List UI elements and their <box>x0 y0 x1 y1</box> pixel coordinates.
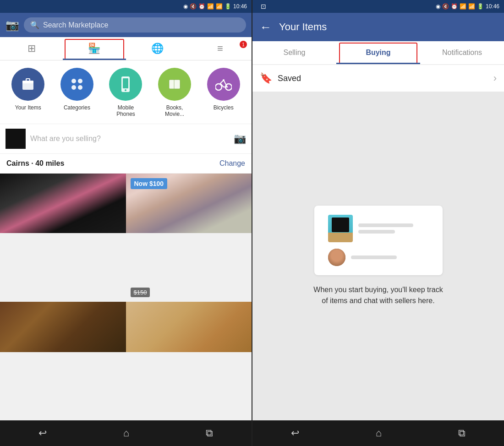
books-movies-icon <box>158 68 191 101</box>
user-avatar <box>5 129 26 149</box>
bottom-nav-left: ↩ ⌂ ⧉ <box>0 420 252 446</box>
table-image <box>0 302 126 352</box>
volume-icon-right: 🔇 <box>442 3 449 10</box>
illus-line-1 <box>358 223 413 227</box>
sell-camera-icon[interactable]: 📷 <box>234 133 246 145</box>
category-categories[interactable]: Categories <box>60 68 93 117</box>
category-your-items[interactable]: Your Items <box>11 68 44 117</box>
tab-selling[interactable]: Selling <box>252 41 336 64</box>
illus-bottom-row <box>328 249 429 266</box>
svg-point-3 <box>71 79 76 83</box>
copyright-icon: ◉ <box>183 3 188 10</box>
right-panel: ⊡ ◉ 🔇 ⏰ 📶 📶 🔋 10:46 ← Your Items Selling <box>252 0 504 446</box>
illus-device-icon <box>328 215 353 242</box>
status-icons-right: ◉ 🔇 ⏰ 📶 📶 🔋 10:46 <box>436 3 499 10</box>
status-bar-right: ⊡ ◉ 🔇 ⏰ 📶 📶 🔋 10:46 <box>252 0 504 13</box>
copy-icon-right: ⊡ <box>261 3 266 10</box>
time-left: 10:46 <box>233 3 247 10</box>
change-location-button[interactable]: Change <box>219 159 245 168</box>
category-books-movies[interactable]: Books, Movie... <box>158 68 191 117</box>
categories-icon <box>60 68 93 101</box>
svg-point-9 <box>125 89 126 91</box>
globe-icon: 🌐 <box>151 43 164 54</box>
active-border <box>63 59 126 60</box>
nav-tab-home[interactable]: ⊞ <box>0 37 63 60</box>
illus-lines-bottom <box>351 256 397 259</box>
svg-point-4 <box>78 79 82 83</box>
back-icon-right[interactable]: ↩ <box>291 427 299 439</box>
illus-line-2 <box>358 230 395 234</box>
notifications-label: Notifications <box>442 49 482 56</box>
nav-tab-marketplace[interactable]: 🏪 <box>63 37 126 60</box>
location-row: Cairns · 40 miles Change <box>0 154 252 174</box>
alarm-icon-right: ⏰ <box>451 3 458 10</box>
your-items-label: Your Items <box>15 104 41 111</box>
search-placeholder: Search Marketplace <box>43 21 108 29</box>
product-treadmill[interactable] <box>0 174 126 302</box>
empty-state-message: When you start buying, you'll keep track… <box>310 284 447 306</box>
tab-notifications[interactable]: Notifications <box>420 41 504 64</box>
wifi-icon: 📶 <box>207 3 214 10</box>
chevron-right-icon: › <box>493 72 497 84</box>
device-screen <box>332 218 349 232</box>
bicycles-label: Bicycles <box>214 104 234 111</box>
menu-icon: ≡ <box>217 43 223 54</box>
svg-point-5 <box>71 85 76 90</box>
illus-lines-top <box>358 223 413 234</box>
product-frames[interactable] <box>126 302 252 421</box>
search-bar[interactable]: 🔍 Search Marketplace <box>24 17 246 33</box>
illus-line-3 <box>351 256 397 259</box>
product-guitar[interactable]: Now $100 $150 <box>126 174 252 302</box>
nav-tab-menu[interactable]: ≡ 1 <box>189 37 252 60</box>
your-items-icon <box>11 68 44 101</box>
home-icon: ⊞ <box>27 43 36 54</box>
seller-face <box>328 249 345 266</box>
saved-label: Saved <box>278 74 488 83</box>
home-icon-left[interactable]: ⌂ <box>123 427 129 439</box>
tabs-row: Selling Buying Notifications <box>252 41 504 65</box>
product-grid: Now $100 $150 <box>0 174 252 420</box>
notification-badge: 1 <box>240 41 247 48</box>
category-bicycles[interactable]: Bicycles <box>207 68 240 117</box>
categories-label: Categories <box>64 104 90 111</box>
buying-empty-state: When you start buying, you'll keep track… <box>252 92 504 420</box>
mobile-phones-label: Mobile Phones <box>110 104 142 117</box>
bottom-nav-right: ↩ ⌂ ⧉ <box>252 420 504 446</box>
saved-row[interactable]: 🔖 Saved › <box>252 65 504 92</box>
svg-point-15 <box>223 79 225 81</box>
signal-icon: 📶 <box>216 3 223 10</box>
buying-highlight <box>339 43 417 64</box>
signal-icon-right: 📶 <box>468 3 475 10</box>
recents-icon-right[interactable]: ⧉ <box>458 427 466 439</box>
back-button[interactable]: ← <box>260 20 272 34</box>
svg-point-6 <box>78 85 82 90</box>
tab-buying[interactable]: Buying <box>336 41 420 64</box>
svg-point-13 <box>215 84 222 90</box>
home-icon-right[interactable]: ⌂ <box>376 427 382 439</box>
camera-icon[interactable]: 📷 <box>5 19 19 32</box>
location-text: Cairns · 40 miles <box>6 159 64 168</box>
status-bar-left: ◉ 🔇 ⏰ 📶 📶 🔋 10:46 <box>0 0 252 13</box>
nav-tabs: ⊞ 🏪 🌐 ≡ 1 <box>0 37 252 60</box>
category-mobile-phones[interactable]: Mobile Phones <box>109 68 142 117</box>
recents-icon-left[interactable]: ⧉ <box>206 427 213 439</box>
sell-input[interactable]: What are you selling? <box>30 135 229 143</box>
back-icon-left[interactable]: ↩ <box>38 427 47 439</box>
bookmark-icon: 🔖 <box>260 72 272 84</box>
sell-section: What are you selling? 📷 <box>0 124 252 154</box>
wifi-icon-right: 📶 <box>460 3 466 10</box>
alarm-icon: ⏰ <box>198 3 205 10</box>
svg-rect-8 <box>123 78 128 88</box>
page-title: Your Items <box>279 21 497 33</box>
volume-icon: 🔇 <box>190 3 197 10</box>
product-table[interactable] <box>0 302 126 421</box>
buying-active-line <box>336 63 420 64</box>
copyright-icon-right: ◉ <box>436 3 440 10</box>
price-original: $150 <box>131 288 150 297</box>
categories-row: Your Items Categories Mobile Phones Book… <box>0 60 252 124</box>
svg-rect-12 <box>174 80 175 89</box>
treadmill-image <box>0 174 126 233</box>
nav-tab-globe[interactable]: 🌐 <box>126 37 189 60</box>
buying-illustration <box>314 206 443 275</box>
time-right: 10:46 <box>486 3 499 10</box>
